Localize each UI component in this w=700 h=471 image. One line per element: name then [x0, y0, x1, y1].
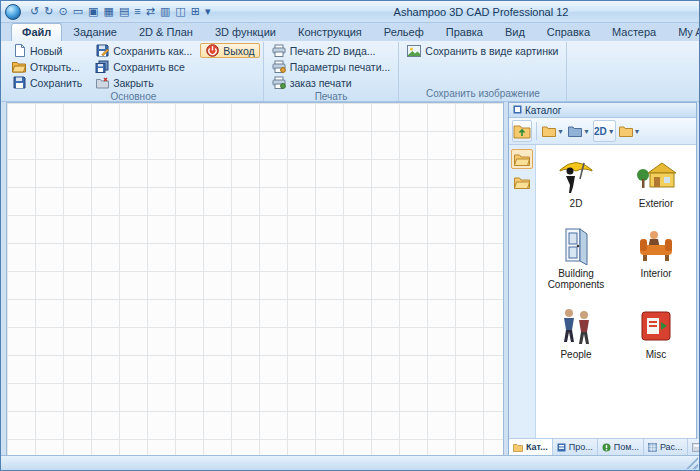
chevron-down-icon: ▼	[557, 128, 564, 135]
folder-shortcut-2[interactable]	[511, 172, 533, 192]
catalog-item-exterior[interactable]: Exterior	[619, 155, 693, 209]
view-2d-icon[interactable]: ▭	[73, 6, 83, 17]
catalog-panel: Каталог ▼ ▼ 2D ▼ ▼	[508, 102, 697, 456]
print-order-label: заказ печати	[290, 77, 352, 89]
zoom-icon[interactable]: ⊙	[58, 6, 67, 17]
catalog-bottom-tabs: Кат... Про... Пом... Рас... Рас...	[509, 438, 696, 455]
layout-icon[interactable]: ◫	[175, 6, 185, 17]
save-as-label: Сохранить как...	[113, 45, 192, 57]
save-all-icon	[95, 60, 109, 74]
catalog-building-components-icon	[554, 225, 598, 265]
filter-2d-button[interactable]: 2D ▼	[593, 120, 616, 142]
status-bar	[1, 455, 699, 470]
print-order-button[interactable]: заказ печати	[267, 75, 396, 90]
printer-settings-icon	[272, 60, 286, 74]
panels-icon[interactable]: ▤	[119, 6, 129, 17]
help-tab-icon	[602, 443, 611, 452]
catalog-item-interior[interactable]: Interior	[619, 225, 693, 290]
list-icon[interactable]: ≡	[134, 6, 140, 17]
catalog-item-2d[interactable]: 2D	[539, 155, 613, 209]
tab-2d-plan[interactable]: 2D & План	[128, 23, 204, 41]
tab-view[interactable]: Вид	[494, 23, 536, 41]
columns-icon[interactable]: ▥	[160, 6, 170, 17]
undo-icon[interactable]: ↺	[30, 6, 39, 17]
catalog-panel-title: Каталог	[525, 105, 561, 116]
tab-file[interactable]: Файл	[11, 23, 62, 41]
print-settings-button[interactable]: Параметры печати...	[267, 59, 396, 74]
quick-access-toolbar: ↺ ↻ ⊙ ▭ ▣ ▦ ▤ ≡ ⇄ ▥ ◫ ⊞ ▾	[30, 6, 210, 17]
window-title: Ashampoo 3D CAD Professional 12	[394, 6, 569, 18]
catalog-item-building-components[interactable]: Building Components	[539, 225, 613, 290]
catalog-item-people[interactable]: People	[539, 306, 613, 360]
print-2d-label: Печать 2D вида...	[290, 45, 376, 57]
bottom-tab-calc-2[interactable]: Рас...	[688, 439, 700, 455]
ribbon: Новый Открыть... Сохранить	[1, 41, 699, 102]
tab-3d-functions[interactable]: 3D функции	[204, 23, 287, 41]
catalog-home-button[interactable]: ▼	[541, 120, 565, 142]
save-label: Сохранить	[30, 77, 82, 89]
app-icon[interactable]	[5, 4, 21, 20]
save-button[interactable]: Сохранить	[7, 75, 87, 90]
open-label: Открыть...	[30, 61, 80, 73]
qat-more-icon[interactable]: ▾	[205, 6, 211, 17]
tab-my-ashampoo[interactable]: My Ashampoo	[667, 23, 700, 41]
redo-icon[interactable]: ↻	[44, 6, 53, 17]
catalog-item-label: Interior	[619, 268, 693, 279]
catalog-item-label: Exterior	[619, 198, 693, 209]
catalog-exterior-icon	[634, 155, 678, 195]
title-bar: ↺ ↻ ⊙ ▭ ▣ ▦ ▤ ≡ ⇄ ▥ ◫ ⊞ ▾ Ashampoo 3D CA…	[1, 1, 699, 23]
catalog-side-strip	[509, 145, 536, 438]
new-button[interactable]: Новый	[7, 43, 87, 58]
calculator-tab-icon	[692, 443, 700, 452]
save-as-icon	[95, 44, 109, 58]
swap-views-icon[interactable]: ⇄	[146, 6, 155, 17]
bottom-tab-help[interactable]: Пом...	[598, 439, 644, 455]
catalog-item-label: Building Components	[539, 268, 613, 290]
objects-folder-button[interactable]: ▼	[567, 120, 591, 142]
catalog-2d-icon	[554, 155, 598, 195]
save-all-button[interactable]: Сохранить все	[90, 59, 197, 74]
print-2d-button[interactable]: Печать 2D вида...	[267, 43, 396, 58]
view-3d-icon[interactable]: ▣	[88, 6, 98, 17]
tab-task[interactable]: Задание	[62, 23, 128, 41]
save-as-picture-label: Сохранить в виде картинки	[425, 45, 558, 57]
open-button[interactable]: Открыть...	[7, 59, 87, 74]
bottom-tab-calc-1[interactable]: Рас...	[644, 439, 688, 455]
save-as-picture-button[interactable]: Сохранить в виде картинки	[402, 43, 563, 58]
open-folder-icon	[12, 60, 26, 74]
exit-button[interactable]: Выход	[200, 43, 259, 58]
catalog-people-icon	[554, 306, 598, 346]
tab-edit[interactable]: Правка	[435, 23, 494, 41]
bottom-tab-project[interactable]: Про...	[553, 439, 598, 455]
tab-terrain[interactable]: Рельеф	[373, 23, 435, 41]
bottom-tab-catalog[interactable]: Кат...	[509, 439, 553, 455]
picture-icon	[407, 44, 421, 58]
materials-folder-button[interactable]: ▼	[618, 120, 642, 142]
app-window: ↺ ↻ ⊙ ▭ ▣ ▦ ▤ ≡ ⇄ ▥ ◫ ⊞ ▾ Ashampoo 3D CA…	[0, 0, 700, 471]
close-button[interactable]: Закрыть	[90, 75, 197, 90]
chevron-down-icon: ▼	[608, 128, 615, 135]
new-document-icon	[12, 44, 26, 58]
resize-grip[interactable]	[686, 457, 698, 469]
close-label: Закрыть	[113, 77, 153, 89]
catalog-body: 2D Exterior Building Components	[509, 145, 696, 438]
toolbar-separator	[536, 122, 537, 140]
catalog-item-label: People	[539, 349, 613, 360]
save-as-button[interactable]: Сохранить как...	[90, 43, 197, 58]
print-order-icon	[272, 76, 286, 90]
tab-help[interactable]: Справка	[536, 23, 601, 41]
save-all-label: Сохранить все	[113, 61, 185, 73]
bottom-tab-label: Про...	[569, 442, 593, 452]
tab-wizards[interactable]: Мастера	[601, 23, 667, 41]
catalog-interior-icon	[634, 225, 678, 265]
catalog-item-label: 2D	[539, 198, 613, 209]
close-document-icon	[95, 76, 109, 90]
tab-construction[interactable]: Конструкция	[287, 23, 373, 41]
folder-up-button[interactable]	[512, 120, 532, 142]
drawing-canvas[interactable]	[6, 102, 504, 456]
add-view-icon[interactable]: ⊞	[191, 6, 200, 17]
folder-shortcut-1[interactable]	[511, 149, 533, 169]
grid-icon[interactable]: ▦	[103, 6, 113, 17]
catalog-item-misc[interactable]: Misc	[619, 306, 693, 360]
project-tab-icon	[557, 443, 566, 452]
